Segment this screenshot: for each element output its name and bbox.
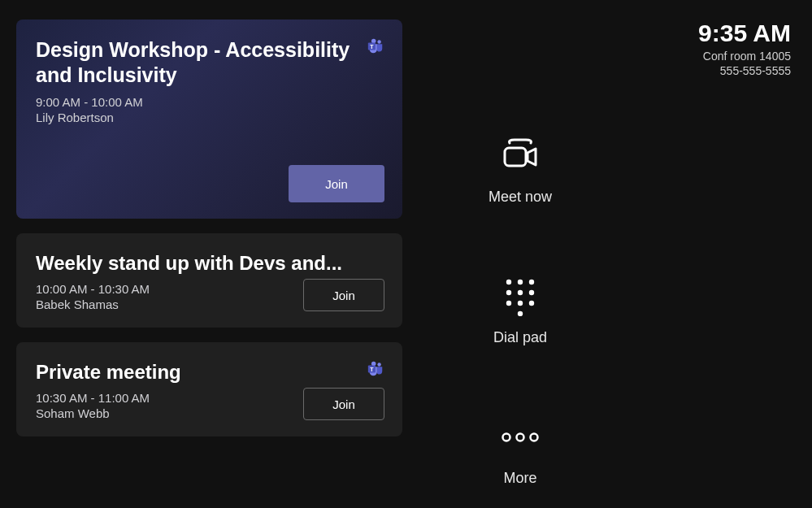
- svg-point-13: [518, 290, 523, 295]
- more-button[interactable]: More: [455, 419, 585, 487]
- meet-now-button[interactable]: Meet now: [455, 138, 585, 206]
- actions-panel: Meet now Dial pad: [455, 138, 788, 487]
- meeting-title: Design Workshop - Accessibility and Incl…: [36, 37, 353, 89]
- teams-icon: T: [367, 37, 384, 55]
- teams-icon: T: [367, 360, 384, 378]
- svg-point-14: [529, 290, 534, 295]
- meeting-card-current[interactable]: T Design Workshop - Accessibility and In…: [16, 20, 402, 219]
- svg-point-16: [518, 301, 523, 306]
- svg-point-18: [518, 311, 523, 316]
- svg-point-21: [531, 434, 538, 441]
- action-label: More: [503, 470, 536, 487]
- dial-pad-button[interactable]: Dial pad: [455, 279, 585, 346]
- svg-point-10: [518, 280, 523, 284]
- svg-point-4: [377, 363, 380, 366]
- svg-point-19: [503, 434, 510, 441]
- meeting-time: 9:00 AM - 10:00 AM: [36, 95, 383, 109]
- more-icon: [500, 419, 541, 455]
- svg-point-9: [506, 280, 511, 284]
- meeting-card-upcoming[interactable]: Weekly stand up with Devs and... 10:00 A…: [16, 233, 402, 328]
- room-name: Conf room 14005: [698, 49, 791, 63]
- room-info: 9:35 AM Conf room 14005 555-555-5555: [698, 21, 791, 78]
- svg-point-17: [529, 301, 534, 306]
- dialpad-icon: [504, 279, 536, 315]
- room-phone: 555-555-5555: [698, 63, 791, 78]
- meeting-title: Private meeting: [36, 360, 353, 384]
- join-button[interactable]: Join: [289, 165, 384, 202]
- meeting-card-upcoming[interactable]: T Private meeting 10:30 AM - 11:00 AM So…: [16, 342, 402, 436]
- join-button[interactable]: Join: [303, 279, 384, 311]
- action-label: Meet now: [489, 189, 552, 206]
- svg-point-11: [529, 280, 534, 284]
- meeting-title: Weekly stand up with Devs and...: [36, 251, 353, 276]
- meetings-panel: T Design Workshop - Accessibility and In…: [16, 20, 402, 436]
- action-label: Dial pad: [493, 329, 547, 346]
- room-clock: 9:35 AM: [698, 21, 791, 46]
- join-button[interactable]: Join: [303, 388, 384, 420]
- meeting-organizer: Lily Robertson: [36, 111, 383, 124]
- svg-rect-8: [505, 148, 526, 166]
- camera-icon: [498, 138, 542, 174]
- svg-point-0: [377, 40, 380, 43]
- svg-point-15: [506, 301, 511, 306]
- svg-point-12: [506, 290, 511, 295]
- svg-point-20: [517, 434, 524, 441]
